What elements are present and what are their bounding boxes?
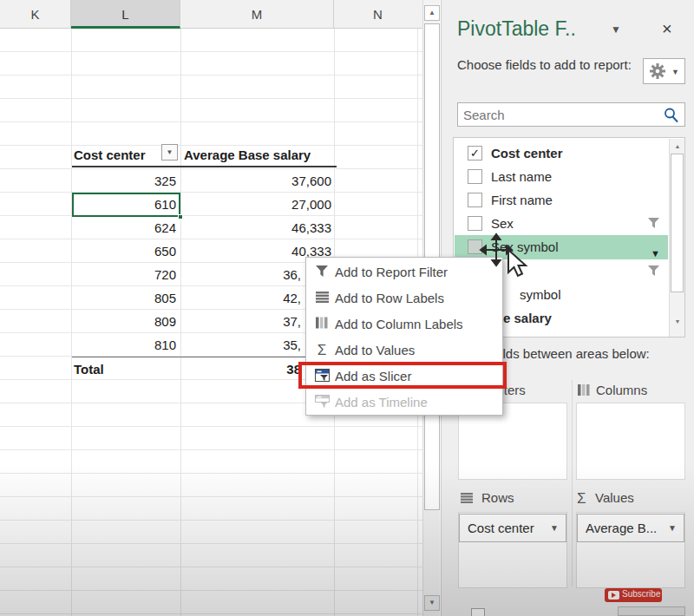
- pivot-cell[interactable]: 35,: [184, 333, 301, 357]
- field-label: e salary: [503, 306, 552, 330]
- field-label: symbol: [520, 283, 561, 306]
- scrollbar-thumb[interactable]: [671, 154, 684, 292]
- pivot-cell[interactable]: 624: [72, 216, 176, 239]
- pivot-header-underline: [72, 166, 337, 167]
- pivot-cell[interactable]: 37,: [184, 310, 301, 333]
- chevron-down-icon: ▼: [668, 514, 677, 541]
- rows-field-button[interactable]: Cost center ▼: [459, 514, 566, 542]
- pivot-cell[interactable]: 810: [72, 333, 176, 357]
- menu-item-label: Add as Timeline: [335, 390, 428, 416]
- pivot-cell[interactable]: 809: [72, 310, 176, 333]
- field-button-label: Cost center: [468, 514, 534, 541]
- menu-item-label: Add to Row Labels: [335, 285, 444, 311]
- menu-item-add-to-row-labels[interactable]: Add to Row Labels: [306, 285, 502, 311]
- field-list-scrollbar[interactable]: ▲ ▼: [669, 139, 684, 337]
- move-cursor-icon: [481, 234, 512, 265]
- sigma-icon: Σ: [577, 491, 586, 507]
- columns-icon: [316, 317, 328, 329]
- values-area-label: Values: [595, 490, 634, 505]
- defer-layout-checkbox[interactable]: [471, 608, 485, 616]
- menu-item-add-to-report-filter[interactable]: Add to Report Filter: [306, 259, 502, 285]
- pivot-cell[interactable]: 650: [72, 239, 176, 263]
- search-icon[interactable]: [663, 107, 679, 123]
- column-header-k[interactable]: K: [0, 0, 71, 29]
- columns-drop-zone[interactable]: [576, 403, 685, 480]
- menu-item-label: Add to Column Labels: [335, 311, 463, 337]
- arrow-cursor-icon: [508, 250, 526, 276]
- subscribe-label: Subscribe: [622, 589, 660, 599]
- areas-divider: [572, 380, 573, 587]
- pivot-cell[interactable]: 46,333: [184, 216, 331, 239]
- play-icon: [608, 591, 619, 600]
- pivot-cell[interactable]: 42,: [184, 286, 301, 310]
- tools-button[interactable]: ▼: [643, 58, 685, 84]
- menu-item-add-as-timeline: Add as Timeline: [306, 390, 502, 416]
- columns-icon: [578, 384, 590, 396]
- checkbox-unchecked[interactable]: [468, 169, 482, 184]
- column-header-row: K L M N: [0, 0, 422, 29]
- checkbox-unchecked[interactable]: [468, 193, 482, 207]
- rows-area-label: Rows: [481, 490, 514, 505]
- update-button[interactable]: [618, 606, 685, 616]
- menu-item-label: Add to Report Filter: [335, 259, 448, 285]
- pane-title: PivotTable F..: [457, 17, 576, 41]
- pivot-cell[interactable]: 36,: [184, 263, 301, 286]
- pivot-header-avg-salary: Average Base salary: [184, 143, 311, 167]
- mouse-cursor: [479, 227, 534, 286]
- menu-item-add-to-values[interactable]: Σ Add to Values: [306, 337, 502, 364]
- search-box[interactable]: [457, 102, 685, 127]
- columns-area-label: Columns: [596, 383, 647, 397]
- values-field-button[interactable]: Average B... ▼: [577, 514, 684, 542]
- pane-close-icon[interactable]: ×: [662, 19, 672, 39]
- filter-icon: [315, 265, 329, 278]
- pivot-cell[interactable]: 37,600: [184, 169, 331, 193]
- scroll-up-icon[interactable]: ▲: [424, 5, 440, 21]
- field-context-menu: Add to Report Filter Add to Row Labels A…: [305, 257, 503, 416]
- rows-icon: [316, 292, 329, 303]
- field-button-label: Average B...: [586, 514, 657, 541]
- column-header-l-selected[interactable]: L: [71, 0, 180, 29]
- search-input[interactable]: [463, 105, 654, 124]
- pivot-header-filter-dropdown[interactable]: ▼: [161, 144, 178, 161]
- gear-icon: [649, 62, 666, 80]
- field-label: First name: [491, 188, 553, 212]
- fill-handle[interactable]: [178, 214, 183, 220]
- field-item-cost-center[interactable]: ✓ Cost center: [455, 141, 668, 165]
- column-header-m[interactable]: M: [180, 0, 334, 29]
- pivot-cell[interactable]: 805: [72, 286, 176, 310]
- sigma-icon: Σ: [313, 343, 331, 358]
- field-label: Cost center: [491, 141, 563, 165]
- subscribe-badge[interactable]: Subscribe: [605, 588, 662, 602]
- pivot-cell[interactable]: 27,000: [184, 193, 331, 216]
- field-item-last-name[interactable]: Last name: [455, 165, 668, 188]
- pivot-header-cost-center: Cost center: [74, 143, 146, 167]
- menu-item-label: Add to Values: [335, 337, 415, 364]
- checkbox-checked[interactable]: ✓: [468, 146, 482, 161]
- scroll-down-icon[interactable]: ▼: [424, 595, 440, 611]
- pane-title-caret-icon[interactable]: ▼: [611, 23, 621, 36]
- pivot-cell[interactable]: 325: [72, 169, 176, 193]
- excel-window: K L M N Cost center ▼ Average Base salar…: [0, 0, 694, 616]
- chevron-down-icon: ▼: [550, 514, 559, 541]
- pivot-total-value: 38: [184, 357, 301, 381]
- filter-icon: [647, 265, 660, 277]
- filter-icon: [647, 217, 660, 229]
- rows-icon: [461, 493, 473, 503]
- gear-caret-icon: ▼: [671, 68, 679, 76]
- scroll-up-icon[interactable]: ▲: [671, 140, 684, 153]
- slicer-highlight-box: [298, 362, 507, 389]
- pivot-total-label: Total: [74, 357, 104, 381]
- column-header-n[interactable]: N: [334, 0, 422, 29]
- selected-cell-border: [72, 193, 180, 217]
- gridline: [180, 29, 181, 616]
- field-item-first-name[interactable]: First name: [455, 188, 668, 212]
- pivot-cell[interactable]: 720: [72, 263, 176, 286]
- pane-subtitle: Choose fields to add to report:: [457, 56, 635, 74]
- menu-item-add-to-column-labels[interactable]: Add to Column Labels: [306, 311, 502, 337]
- field-label: Last name: [491, 165, 552, 188]
- timeline-icon: [315, 395, 330, 409]
- scroll-down-icon[interactable]: ▼: [671, 315, 684, 328]
